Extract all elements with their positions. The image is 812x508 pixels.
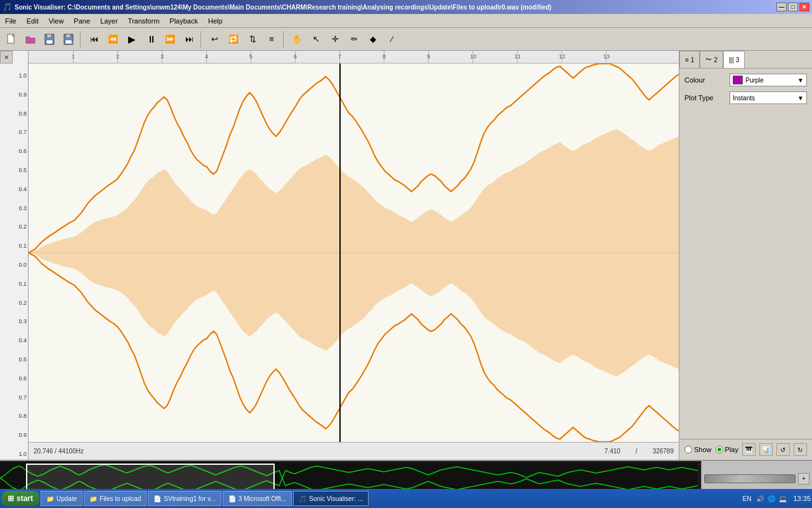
svg-rect-5	[66, 34, 70, 37]
plot-type-select[interactable]: Instants ▼	[730, 91, 807, 104]
time-mark-11: 11	[514, 53, 521, 60]
save-button[interactable]	[41, 30, 58, 48]
y-label-0.5-top: 0.5	[1, 167, 27, 173]
minimize-button[interactable]: —	[776, 3, 787, 11]
colour-select[interactable]: Purple ▼	[730, 74, 807, 86]
maximize-button[interactable]: □	[788, 3, 798, 11]
scroll-button[interactable]: ≡	[263, 30, 280, 48]
menu-file[interactable]: File	[0, 16, 22, 26]
y-label-0.1-top: 0.1	[1, 243, 27, 249]
menu-view[interactable]: View	[44, 16, 69, 26]
layer-3-label: 3	[736, 57, 740, 64]
erase-tool[interactable]: ◆	[364, 30, 382, 48]
waveform-canvas[interactable]	[29, 64, 679, 442]
taskbar-item-sv[interactable]: 📄 SVtraining1 for v...	[148, 491, 221, 506]
time-mark-8: 8	[383, 53, 386, 60]
taskbar-item-update[interactable]: 📁 Update	[41, 491, 82, 506]
menu-help[interactable]: Help	[203, 16, 228, 26]
y-axis-ruler: ✕ 1.0 0.9 0.8 0.7 0.6 0.5 0.4 0.3 0.2 0.…	[0, 51, 29, 460]
move-tool[interactable]: ✛	[326, 30, 344, 48]
open-button[interactable]	[22, 30, 39, 48]
time-mark-12: 12	[559, 53, 565, 60]
piano-icon-btn[interactable]: 🎹	[742, 443, 756, 456]
y-label-0.1-bot: 0.1	[1, 281, 27, 287]
close-button[interactable]: ✕	[799, 3, 809, 11]
menubar: File Edit View Pane Layer Transform Play…	[0, 14, 812, 28]
waveform-pane[interactable]: 1 2 3 4 5 6 7 8 9 10 11 12 13	[29, 51, 679, 460]
taskbar-label-sonic: Sonic Visualiser: ...	[309, 495, 363, 502]
layer-tab-2[interactable]: 〜 2	[700, 51, 723, 68]
main-area: ✕ 1.0 0.9 0.8 0.7 0.6 0.5 0.4 0.3 0.2 0.…	[0, 51, 812, 460]
select-tool[interactable]: ↖	[307, 30, 325, 48]
menu-playback[interactable]: Playback	[164, 16, 203, 26]
y-label-0.7: 0.7	[1, 129, 27, 135]
fast-forward-end-button[interactable]: ⏭	[180, 30, 198, 48]
taskbar-right: EN 🔊 🌐 💻 13:35	[743, 493, 811, 504]
y-label-1.0-top: 1.0	[1, 72, 27, 79]
y-axis-labels: 1.0 0.9 0.8 0.7 0.6 0.5 0.4 0.3 0.2 0.1 …	[0, 70, 28, 460]
colour-label: Colour	[684, 76, 726, 84]
close-pane-button[interactable]: ✕	[0, 51, 13, 64]
shuffle-button[interactable]: ⇅	[244, 30, 261, 48]
taskbar-icon-office: 📄	[228, 495, 236, 502]
rewind-start-button[interactable]: ⏮	[85, 30, 103, 48]
start-button[interactable]: ⊞ start	[1, 491, 39, 506]
taskbar-label-files: Files to upload	[100, 495, 141, 502]
taskbar-item-sonic[interactable]: 🎵 Sonic Visualiser: ...	[293, 491, 369, 506]
layer-3-icon: |||	[729, 57, 734, 64]
plot-type-dropdown-icon: ▼	[797, 95, 804, 102]
new-button[interactable]	[3, 30, 20, 48]
time-display: 7.410	[605, 448, 620, 455]
time-mark-10: 10	[470, 53, 476, 60]
menu-layer[interactable]: Layer	[95, 16, 123, 26]
toolbar-sep-1	[80, 31, 82, 48]
toolbar: + ⏮ ⏪ ▶ ⏸ ⏩ ⏭ ↩ 🔁 ⇅ ≡ ✋ ↖ ✛ ✏ ◆ ∕	[0, 28, 812, 51]
menu-transform[interactable]: Transform	[123, 16, 165, 26]
titlebar: 🎵 Sonic Visualiser: C:\Documents and Set…	[0, 0, 812, 14]
volume-right-btn[interactable]: ↻	[794, 443, 807, 456]
y-label-0.8: 0.8	[1, 110, 27, 117]
layer-2-label: 2	[714, 57, 717, 64]
show-radio[interactable]	[684, 446, 692, 453]
rewind-button[interactable]: ⏪	[104, 30, 122, 48]
menu-edit[interactable]: Edit	[22, 16, 44, 26]
meter-icon-btn[interactable]: 📊	[759, 443, 773, 456]
taskbar-item-files[interactable]: 📁 Files to upload	[84, 491, 147, 506]
time-mark-7: 7	[338, 53, 341, 60]
volume-left-btn[interactable]: ↺	[776, 443, 790, 456]
fast-forward-button[interactable]: ⏩	[161, 30, 179, 48]
toolbar-sep-2	[200, 31, 203, 48]
start-label: start	[16, 494, 33, 503]
taskbar-time: 13:35	[793, 495, 811, 502]
svg-rect-3	[46, 40, 53, 44]
layer-tab-3[interactable]: ||| 3	[723, 51, 745, 68]
waveform-status: 20.746 / 44100Hz 7.410 / 326789	[29, 442, 679, 460]
navigate-tool[interactable]: ✋	[288, 30, 306, 48]
layer-1-icon: ≡	[685, 57, 689, 64]
loop-button[interactable]: 🔁	[225, 30, 242, 48]
tray-icon-2: 🌐	[766, 493, 776, 504]
play-radio[interactable]	[716, 446, 723, 453]
pause-button[interactable]: ⏸	[142, 30, 160, 48]
save-as-button[interactable]: +	[60, 30, 77, 48]
taskbar-item-office[interactable]: 📄 3 Microsoft Offi...	[223, 491, 292, 506]
layer-2-icon: 〜	[705, 55, 712, 64]
measure-tool[interactable]: ∕	[383, 30, 401, 48]
time-ruler: 1 2 3 4 5 6 7 8 9 10 11 12 13	[29, 51, 679, 64]
taskbar-label-office: 3 Microsoft Offi...	[239, 495, 286, 502]
zoom-in-button[interactable]: +	[798, 473, 809, 485]
draw-tool[interactable]: ✏	[345, 30, 363, 48]
sample-display: 326789	[653, 448, 674, 455]
taskbar-label-sv: SVtraining1 for v...	[164, 495, 216, 502]
layer-tab-1[interactable]: ≡ 1	[679, 51, 700, 68]
menu-pane[interactable]: Pane	[69, 16, 95, 26]
horizontal-scrollbar[interactable]	[704, 474, 796, 483]
titlebar-controls: — □ ✕	[776, 3, 809, 11]
play-button[interactable]: ▶	[123, 30, 141, 48]
time-mark-4: 4	[205, 53, 208, 60]
y-label-0.3-bot: 0.3	[1, 318, 27, 324]
loop-play-button[interactable]: ↩	[206, 30, 223, 48]
show-label: Show	[684, 446, 712, 453]
tray-icon-3: 💻	[778, 493, 788, 504]
app-icon: 🎵	[3, 3, 12, 11]
